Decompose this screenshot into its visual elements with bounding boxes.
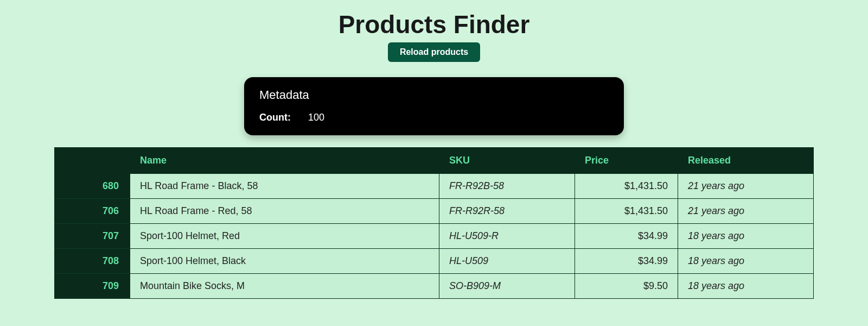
cell-price: $1,431.50 <box>575 174 678 199</box>
table-row[interactable]: 708Sport-100 Helmet, BlackHL-U509$34.991… <box>54 249 814 274</box>
table-row[interactable]: 709Mountain Bike Socks, MSO-B909-M$9.501… <box>54 274 814 299</box>
reload-products-button[interactable]: Reload products <box>388 42 480 62</box>
col-header-price[interactable]: Price <box>575 147 678 174</box>
metadata-card: Metadata Count: 100 <box>244 77 624 135</box>
table-header-row: Name SKU Price Released <box>54 147 814 174</box>
col-header-sku[interactable]: SKU <box>439 147 575 174</box>
cell-price: $1,431.50 <box>575 199 678 224</box>
products-table: Name SKU Price Released 680HL Road Frame… <box>54 147 814 299</box>
cell-id: 706 <box>54 199 130 224</box>
metadata-heading: Metadata <box>259 88 609 102</box>
cell-name: Mountain Bike Socks, M <box>130 274 439 299</box>
cell-released: 18 years ago <box>678 249 814 274</box>
cell-price: $34.99 <box>575 249 678 274</box>
cell-price: $34.99 <box>575 224 678 249</box>
col-header-id[interactable] <box>54 147 130 174</box>
cell-sku: HL-U509-R <box>439 224 575 249</box>
col-header-released[interactable]: Released <box>678 147 814 174</box>
cell-id: 707 <box>54 224 130 249</box>
cell-released: 21 years ago <box>678 199 814 224</box>
products-tbody: 680HL Road Frame - Black, 58FR-R92B-58$1… <box>54 174 814 299</box>
cell-released: 21 years ago <box>678 174 814 199</box>
table-row[interactable]: 707Sport-100 Helmet, RedHL-U509-R$34.991… <box>54 224 814 249</box>
cell-name: Sport-100 Helmet, Black <box>130 249 439 274</box>
page-title: Products Finder <box>0 10 868 39</box>
cell-sku: HL-U509 <box>439 249 575 274</box>
cell-id: 708 <box>54 249 130 274</box>
metadata-count-label: Count: <box>259 112 308 123</box>
cell-released: 18 years ago <box>678 274 814 299</box>
cell-name: HL Road Frame - Black, 58 <box>130 174 439 199</box>
table-row[interactable]: 706HL Road Frame - Red, 58FR-R92R-58$1,4… <box>54 199 814 224</box>
cell-sku: FR-R92R-58 <box>439 199 575 224</box>
cell-id: 680 <box>54 174 130 199</box>
cell-id: 709 <box>54 274 130 299</box>
cell-sku: SO-B909-M <box>439 274 575 299</box>
cell-released: 18 years ago <box>678 224 814 249</box>
cell-price: $9.50 <box>575 274 678 299</box>
table-row[interactable]: 680HL Road Frame - Black, 58FR-R92B-58$1… <box>54 174 814 199</box>
cell-name: HL Road Frame - Red, 58 <box>130 199 439 224</box>
metadata-count-value: 100 <box>308 112 324 123</box>
cell-sku: FR-R92B-58 <box>439 174 575 199</box>
col-header-name[interactable]: Name <box>130 147 439 174</box>
cell-name: Sport-100 Helmet, Red <box>130 224 439 249</box>
